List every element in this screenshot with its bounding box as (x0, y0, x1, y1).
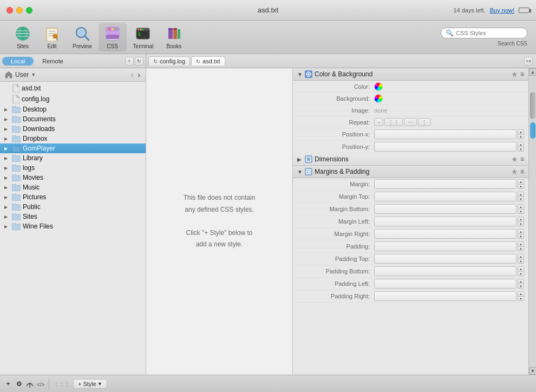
margin-down[interactable]: ▼ (518, 184, 524, 189)
sidebar-item-downloads[interactable]: ▶ Downloads (0, 124, 146, 134)
terminal-button[interactable]: $ _ Terminal (128, 23, 159, 51)
asd-txt-tab[interactable]: ↻ asd.txt (191, 56, 225, 66)
padding-dropdown[interactable] (374, 241, 517, 251)
position-x-up[interactable]: ▲ (518, 129, 524, 134)
margin-right-dropdown[interactable] (374, 229, 517, 239)
position-x-down[interactable]: ▼ (518, 134, 524, 139)
position-y-dropdown[interactable] (374, 142, 517, 152)
refresh-tab-button[interactable]: ↻ (135, 57, 143, 66)
nav-forward-arrow[interactable]: › (136, 70, 141, 79)
sidebar-item-wine-files[interactable]: ▶ Wine Files (0, 221, 146, 231)
antenna-bottom-icon[interactable] (26, 380, 34, 388)
scroll-thumb-blue[interactable] (530, 122, 535, 139)
margin-left-up[interactable]: ▲ (518, 217, 524, 221)
dimensions-menu[interactable]: ≡ (520, 155, 524, 163)
days-left-text: 14 days left. (453, 7, 485, 14)
padding-bottom-dropdown[interactable] (374, 266, 517, 276)
repeat-btn-3[interactable]: ⋯ (404, 118, 417, 126)
search-input[interactable] (456, 30, 521, 36)
sidebar-item-gomplayer[interactable]: ▶ GomPlayer (0, 143, 146, 153)
margin-right-up[interactable]: ▲ (518, 229, 524, 234)
color-picker[interactable] (374, 82, 383, 91)
config-log-tab[interactable]: ↻ config.log (148, 56, 190, 66)
folder-icon-logs (12, 165, 21, 172)
scroll-down-button[interactable]: ▼ (529, 367, 536, 375)
edit-button[interactable]: Edit (38, 23, 66, 51)
margins-star[interactable]: ★ (511, 167, 518, 176)
padding-down[interactable]: ▼ (518, 246, 524, 251)
margin-left-down[interactable]: ▼ (518, 221, 524, 226)
margin-left-dropdown[interactable] (374, 217, 517, 226)
repeat-btn-4[interactable]: ⋮ (418, 118, 431, 126)
color-bg-menu[interactable]: ≡ (520, 70, 524, 78)
sidebar-item-desktop[interactable]: ▶ Desktop (0, 104, 146, 114)
padding-up[interactable]: ▲ (518, 241, 524, 246)
margin-top-dropdown[interactable] (374, 192, 517, 201)
minimize-button[interactable] (16, 7, 23, 14)
sidebar-item-public[interactable]: ▶ Public (0, 202, 146, 212)
sidebar-item-dropbox[interactable]: ▶ Dropbox (0, 134, 146, 143)
gear-bottom-icon[interactable]: ⚙ (15, 380, 23, 388)
position-y-down[interactable]: ▼ (518, 147, 524, 152)
add-style-button[interactable]: + Style ▼ (73, 379, 107, 389)
repeat-btn-1[interactable]: - (374, 118, 383, 126)
add-tab-button[interactable]: + (125, 57, 134, 66)
sidebar-item-pictures[interactable]: ▶ Pictures (0, 192, 146, 202)
add-bottom-icon[interactable]: + (4, 380, 12, 388)
padding-top-dropdown[interactable] (374, 254, 517, 264)
nav-back-arrow[interactable]: ‹ (130, 70, 135, 79)
margins-menu[interactable]: ≡ (520, 168, 524, 175)
tab-local[interactable]: Local (2, 57, 34, 66)
background-picker[interactable] (374, 94, 383, 103)
user-dropdown[interactable]: User ▼ (4, 70, 36, 79)
padding-top-down[interactable]: ▼ (518, 259, 524, 264)
padding-right-dropdown[interactable] (374, 291, 517, 301)
resize-handle[interactable]: ⋮⋮⋮ (54, 381, 70, 387)
sidebar-item-documents[interactable]: ▶ Documents (0, 114, 146, 124)
sites-button[interactable]: Sites (9, 23, 37, 51)
sidebar-item-movies[interactable]: ▶ Movies (0, 173, 146, 182)
scroll-thumb[interactable] (530, 92, 535, 119)
margin-bottom-dropdown[interactable] (374, 204, 517, 214)
buy-now-link[interactable]: Buy now! (490, 7, 514, 14)
sidebar-item-library[interactable]: ▶ Library (0, 153, 146, 163)
tab-remote[interactable]: Remote (36, 57, 70, 66)
margin-top-up[interactable]: ▲ (518, 192, 524, 197)
repeat-btn-2[interactable]: ⋮⋮ (384, 118, 403, 126)
position-y-up[interactable]: ▲ (518, 142, 524, 147)
css-button[interactable]: CSS (99, 23, 127, 51)
color-background-header[interactable]: ▼ Color & Background ★ ≡ (293, 68, 528, 81)
margins-padding-header[interactable]: ▼ Margins & Padding ★ ≡ (293, 166, 528, 178)
add-tab-right-button[interactable]: +≡ (524, 57, 533, 66)
dimensions-star[interactable]: ★ (511, 155, 518, 164)
margin-dropdown[interactable] (374, 179, 517, 189)
padding-top-up[interactable]: ▲ (518, 254, 524, 259)
sidebar-item-music[interactable]: ▶ Music (0, 182, 146, 192)
sidebar-item-config-log[interactable]: config.log (0, 94, 146, 104)
scroll-up-button[interactable]: ▲ (529, 68, 536, 76)
padding-left-dropdown[interactable] (374, 279, 517, 289)
margin-up[interactable]: ▲ (518, 179, 524, 184)
sidebar-item-sites[interactable]: ▶ Sites (0, 212, 146, 221)
padding-bottom-up[interactable]: ▲ (518, 266, 524, 271)
padding-left-down[interactable]: ▼ (518, 284, 524, 289)
sidebar-item-logs[interactable]: ▶ logs (0, 163, 146, 173)
dimensions-header[interactable]: ▶ Dimensions ★ ≡ (293, 153, 528, 166)
margin-bottom-up[interactable]: ▲ (518, 204, 524, 209)
sidebar-item-asd-txt[interactable]: asd.txt (0, 83, 146, 94)
margin-bottom-down[interactable]: ▼ (518, 209, 524, 214)
maximize-button[interactable] (26, 7, 32, 14)
color-bg-star[interactable]: ★ (511, 70, 518, 79)
close-button[interactable] (6, 7, 13, 14)
margin-right-down[interactable]: ▼ (518, 234, 524, 239)
books-button[interactable]: Books (160, 23, 188, 51)
padding-right-up[interactable]: ▲ (518, 291, 524, 296)
padding-left-up[interactable]: ▲ (518, 279, 524, 284)
padding-right-down[interactable]: ▼ (518, 296, 524, 301)
preview-button[interactable]: Preview (67, 23, 97, 51)
margin-top-down[interactable]: ▼ (518, 197, 524, 201)
position-x-dropdown[interactable] (374, 129, 517, 139)
code-bottom-icon[interactable]: </> (37, 380, 44, 388)
css-panel: ▼ Color & Background ★ ≡ (292, 68, 536, 375)
padding-bottom-down[interactable]: ▼ (518, 271, 524, 276)
